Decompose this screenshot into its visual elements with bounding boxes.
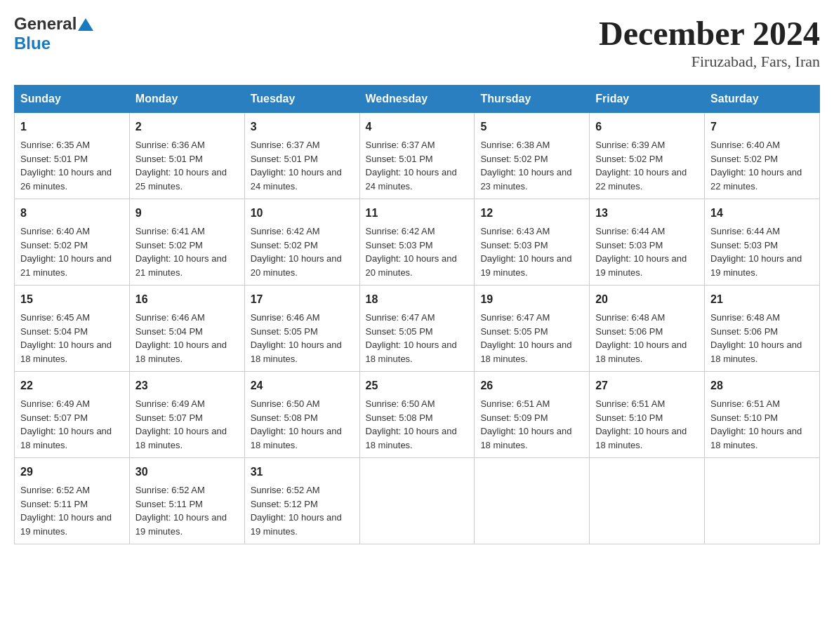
day-number: 3 bbox=[251, 119, 354, 135]
calendar-title: December 2024 bbox=[599, 14, 820, 53]
day-info: Sunrise: 6:44 AMSunset: 5:03 PMDaylight:… bbox=[710, 226, 802, 278]
day-cell: 12 Sunrise: 6:43 AMSunset: 5:03 PMDaylig… bbox=[475, 199, 590, 286]
day-number: 25 bbox=[366, 377, 469, 394]
day-number: 2 bbox=[135, 119, 239, 135]
day-number: 19 bbox=[480, 291, 583, 308]
day-cell bbox=[359, 458, 475, 544]
day-cell: 16 Sunrise: 6:46 AMSunset: 5:04 PMDaylig… bbox=[129, 286, 244, 372]
day-cell: 28 Sunrise: 6:51 AMSunset: 5:10 PMDaylig… bbox=[705, 372, 820, 458]
day-info: Sunrise: 6:37 AMSunset: 5:01 PMDaylight:… bbox=[366, 140, 457, 192]
day-info: Sunrise: 6:42 AMSunset: 5:02 PMDaylight:… bbox=[251, 226, 342, 278]
logo-general-text: General bbox=[14, 14, 77, 34]
day-cell bbox=[590, 458, 705, 544]
day-cell: 21 Sunrise: 6:48 AMSunset: 5:06 PMDaylig… bbox=[705, 286, 820, 372]
day-cell: 10 Sunrise: 6:42 AMSunset: 5:02 PMDaylig… bbox=[244, 199, 359, 286]
page-header: General Blue December 2024 Firuzabad, Fa… bbox=[14, 14, 820, 71]
day-info: Sunrise: 6:36 AMSunset: 5:01 PMDaylight:… bbox=[135, 140, 227, 192]
day-cell: 5 Sunrise: 6:38 AMSunset: 5:02 PMDayligh… bbox=[475, 113, 590, 199]
day-number: 30 bbox=[135, 464, 239, 481]
day-number: 23 bbox=[135, 377, 239, 394]
calendar-header-row: SundayMondayTuesdayWednesdayThursdayFrid… bbox=[15, 86, 820, 113]
day-info: Sunrise: 6:49 AMSunset: 5:07 PMDaylight:… bbox=[135, 398, 227, 450]
day-cell: 30 Sunrise: 6:52 AMSunset: 5:11 PMDaylig… bbox=[129, 458, 244, 544]
day-cell bbox=[475, 458, 590, 544]
header-tuesday: Tuesday bbox=[244, 86, 359, 113]
title-block: December 2024 Firuzabad, Fars, Iran bbox=[599, 14, 820, 71]
day-number: 11 bbox=[366, 205, 469, 222]
day-cell: 1 Sunrise: 6:35 AMSunset: 5:01 PMDayligh… bbox=[15, 113, 130, 199]
day-info: Sunrise: 6:43 AMSunset: 5:03 PMDaylight:… bbox=[480, 226, 571, 278]
day-info: Sunrise: 6:48 AMSunset: 5:06 PMDaylight:… bbox=[595, 312, 687, 364]
day-info: Sunrise: 6:46 AMSunset: 5:04 PMDaylight:… bbox=[135, 312, 227, 364]
day-number: 22 bbox=[20, 377, 124, 394]
day-number: 31 bbox=[251, 464, 354, 481]
day-info: Sunrise: 6:38 AMSunset: 5:02 PMDaylight:… bbox=[480, 140, 571, 192]
day-number: 12 bbox=[480, 205, 583, 222]
day-cell: 24 Sunrise: 6:50 AMSunset: 5:08 PMDaylig… bbox=[244, 372, 359, 458]
day-cell: 8 Sunrise: 6:40 AMSunset: 5:02 PMDayligh… bbox=[15, 199, 130, 286]
logo-blue-text: Blue bbox=[14, 34, 93, 53]
day-number: 15 bbox=[20, 291, 124, 308]
header-saturday: Saturday bbox=[705, 86, 820, 113]
day-cell: 27 Sunrise: 6:51 AMSunset: 5:10 PMDaylig… bbox=[590, 372, 705, 458]
header-monday: Monday bbox=[129, 86, 244, 113]
logo: General Blue bbox=[14, 14, 93, 53]
day-cell: 4 Sunrise: 6:37 AMSunset: 5:01 PMDayligh… bbox=[359, 113, 475, 199]
day-info: Sunrise: 6:52 AMSunset: 5:12 PMDaylight:… bbox=[251, 485, 342, 537]
day-info: Sunrise: 6:45 AMSunset: 5:04 PMDaylight:… bbox=[20, 312, 112, 364]
day-info: Sunrise: 6:40 AMSunset: 5:02 PMDaylight:… bbox=[20, 226, 112, 278]
week-row-4: 22 Sunrise: 6:49 AMSunset: 5:07 PMDaylig… bbox=[15, 372, 820, 458]
day-number: 16 bbox=[135, 291, 239, 308]
day-cell: 26 Sunrise: 6:51 AMSunset: 5:09 PMDaylig… bbox=[475, 372, 590, 458]
day-number: 26 bbox=[480, 377, 583, 394]
day-cell: 3 Sunrise: 6:37 AMSunset: 5:01 PMDayligh… bbox=[244, 113, 359, 199]
week-row-2: 8 Sunrise: 6:40 AMSunset: 5:02 PMDayligh… bbox=[15, 199, 820, 286]
day-cell: 29 Sunrise: 6:52 AMSunset: 5:11 PMDaylig… bbox=[15, 458, 130, 544]
day-info: Sunrise: 6:35 AMSunset: 5:01 PMDaylight:… bbox=[20, 140, 112, 192]
header-friday: Friday bbox=[590, 86, 705, 113]
day-info: Sunrise: 6:52 AMSunset: 5:11 PMDaylight:… bbox=[135, 485, 227, 537]
day-info: Sunrise: 6:47 AMSunset: 5:05 PMDaylight:… bbox=[480, 312, 571, 364]
day-cell: 9 Sunrise: 6:41 AMSunset: 5:02 PMDayligh… bbox=[129, 199, 244, 286]
day-cell: 6 Sunrise: 6:39 AMSunset: 5:02 PMDayligh… bbox=[590, 113, 705, 199]
day-info: Sunrise: 6:46 AMSunset: 5:05 PMDaylight:… bbox=[251, 312, 342, 364]
day-number: 17 bbox=[251, 291, 354, 308]
day-number: 27 bbox=[595, 377, 699, 394]
day-cell: 17 Sunrise: 6:46 AMSunset: 5:05 PMDaylig… bbox=[244, 286, 359, 372]
day-number: 1 bbox=[20, 119, 124, 135]
week-row-3: 15 Sunrise: 6:45 AMSunset: 5:04 PMDaylig… bbox=[15, 286, 820, 372]
day-cell: 15 Sunrise: 6:45 AMSunset: 5:04 PMDaylig… bbox=[15, 286, 130, 372]
day-cell: 14 Sunrise: 6:44 AMSunset: 5:03 PMDaylig… bbox=[705, 199, 820, 286]
day-number: 8 bbox=[20, 205, 124, 222]
day-info: Sunrise: 6:51 AMSunset: 5:09 PMDaylight:… bbox=[480, 398, 571, 450]
day-number: 29 bbox=[20, 464, 124, 481]
day-number: 9 bbox=[135, 205, 239, 222]
day-info: Sunrise: 6:44 AMSunset: 5:03 PMDaylight:… bbox=[595, 226, 687, 278]
day-info: Sunrise: 6:50 AMSunset: 5:08 PMDaylight:… bbox=[366, 398, 457, 450]
day-info: Sunrise: 6:48 AMSunset: 5:06 PMDaylight:… bbox=[710, 312, 802, 364]
day-info: Sunrise: 6:51 AMSunset: 5:10 PMDaylight:… bbox=[595, 398, 687, 450]
day-info: Sunrise: 6:49 AMSunset: 5:07 PMDaylight:… bbox=[20, 398, 112, 450]
day-cell: 7 Sunrise: 6:40 AMSunset: 5:02 PMDayligh… bbox=[705, 113, 820, 199]
header-thursday: Thursday bbox=[475, 86, 590, 113]
week-row-5: 29 Sunrise: 6:52 AMSunset: 5:11 PMDaylig… bbox=[15, 458, 820, 544]
day-number: 4 bbox=[366, 119, 469, 135]
day-info: Sunrise: 6:50 AMSunset: 5:08 PMDaylight:… bbox=[251, 398, 342, 450]
day-cell: 13 Sunrise: 6:44 AMSunset: 5:03 PMDaylig… bbox=[590, 199, 705, 286]
day-cell bbox=[705, 458, 820, 544]
day-info: Sunrise: 6:51 AMSunset: 5:10 PMDaylight:… bbox=[710, 398, 802, 450]
week-row-1: 1 Sunrise: 6:35 AMSunset: 5:01 PMDayligh… bbox=[15, 113, 820, 199]
day-number: 13 bbox=[595, 205, 699, 222]
day-info: Sunrise: 6:39 AMSunset: 5:02 PMDaylight:… bbox=[595, 140, 687, 192]
day-cell: 25 Sunrise: 6:50 AMSunset: 5:08 PMDaylig… bbox=[359, 372, 475, 458]
day-number: 14 bbox=[710, 205, 814, 222]
calendar-table: SundayMondayTuesdayWednesdayThursdayFrid… bbox=[14, 85, 820, 544]
day-number: 28 bbox=[710, 377, 814, 394]
header-wednesday: Wednesday bbox=[359, 86, 475, 113]
calendar-subtitle: Firuzabad, Fars, Iran bbox=[599, 53, 820, 71]
day-cell: 22 Sunrise: 6:49 AMSunset: 5:07 PMDaylig… bbox=[15, 372, 130, 458]
day-number: 18 bbox=[366, 291, 469, 308]
day-number: 7 bbox=[710, 119, 814, 135]
day-info: Sunrise: 6:52 AMSunset: 5:11 PMDaylight:… bbox=[20, 485, 112, 537]
day-cell: 11 Sunrise: 6:42 AMSunset: 5:03 PMDaylig… bbox=[359, 199, 475, 286]
